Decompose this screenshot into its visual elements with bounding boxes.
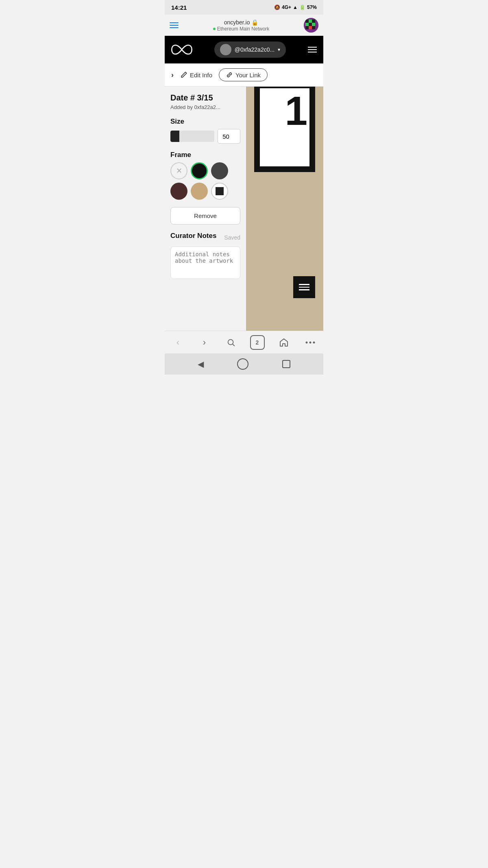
forward-icon: › bbox=[203, 337, 206, 348]
svg-rect-7 bbox=[305, 26, 309, 29]
browser-avatar[interactable] bbox=[304, 18, 318, 33]
left-panel: Date # 3/15 Added by 0xfa22a2... Size Fr… bbox=[165, 87, 246, 331]
your-link-label: Your Link bbox=[235, 72, 261, 79]
frame-option-darkbrown[interactable] bbox=[170, 183, 187, 200]
search-icon bbox=[227, 338, 235, 347]
edit-icon bbox=[180, 71, 187, 79]
overlay-menu-line bbox=[299, 289, 309, 290]
battery-percent: 57% bbox=[307, 4, 317, 10]
svg-rect-5 bbox=[309, 23, 312, 26]
frame-section: Frame bbox=[170, 151, 240, 200]
frame-circles bbox=[170, 162, 240, 200]
menu-line bbox=[308, 47, 317, 48]
home-button[interactable] bbox=[275, 334, 293, 351]
frame-option-none[interactable] bbox=[170, 162, 187, 179]
frame-label: Frame bbox=[170, 151, 240, 159]
frame-option-darkgray[interactable] bbox=[211, 162, 228, 179]
artwork-number-1: 1 bbox=[285, 90, 307, 131]
svg-rect-6 bbox=[312, 23, 315, 26]
network-status-dot bbox=[213, 28, 216, 30]
network-type: 4G+ bbox=[282, 4, 291, 10]
battery-icon: 🔋 bbox=[299, 4, 305, 10]
oncyber-header: @0xfa22a2c0... ▾ bbox=[165, 36, 323, 63]
notification-icon: 🔕 bbox=[274, 4, 280, 10]
network-name: Ethereum Main Network bbox=[217, 26, 270, 32]
svg-rect-8 bbox=[309, 26, 312, 29]
tabs-count: 2 bbox=[256, 339, 259, 346]
browser-menu-button[interactable] bbox=[170, 22, 179, 28]
hamburger-line bbox=[170, 27, 179, 28]
artwork-paper: 1 bbox=[254, 87, 315, 172]
svg-rect-9 bbox=[312, 26, 315, 29]
size-slider[interactable] bbox=[170, 131, 214, 142]
url-domain: oncyber.io bbox=[224, 19, 250, 26]
oncyber-logo bbox=[171, 44, 192, 56]
toolbar: › Edit Info Your Link bbox=[165, 63, 323, 87]
edit-info-button[interactable]: Edit Info bbox=[179, 71, 214, 79]
size-row bbox=[170, 129, 240, 144]
svg-rect-4 bbox=[305, 23, 309, 26]
hamburger-line bbox=[170, 25, 179, 26]
slider-fill bbox=[170, 131, 179, 142]
right-panel: 1 bbox=[246, 87, 323, 331]
system-nav-bar: ◀ bbox=[165, 353, 323, 375]
infinity-logo-icon bbox=[171, 44, 192, 56]
menu-line bbox=[308, 52, 317, 52]
main-content: Date # 3/15 Added by 0xfa22a2... Size Fr… bbox=[165, 87, 323, 331]
svg-rect-1 bbox=[305, 20, 309, 23]
chevron-down-icon: ▾ bbox=[278, 47, 280, 52]
expand-button[interactable]: › bbox=[171, 71, 174, 79]
svg-point-14 bbox=[313, 341, 315, 343]
system-home-button[interactable] bbox=[237, 358, 248, 370]
curator-notes-label: Curator Notes bbox=[170, 232, 216, 240]
wallet-address: @0xfa22a2c0... bbox=[235, 46, 274, 53]
artwork-background: 1 bbox=[246, 87, 323, 331]
frame-option-black[interactable] bbox=[191, 162, 208, 179]
curator-notes-input[interactable] bbox=[170, 246, 240, 279]
search-button[interactable] bbox=[222, 334, 240, 351]
frame-option-tan[interactable] bbox=[191, 183, 208, 200]
system-recents-button[interactable] bbox=[282, 360, 290, 368]
lock-icon: 🔒 bbox=[251, 19, 258, 26]
tabs-count-badge: 2 bbox=[250, 335, 265, 350]
your-link-button[interactable]: Your Link bbox=[219, 68, 268, 81]
tabs-button[interactable]: 2 bbox=[248, 334, 266, 351]
menu-overlay-button[interactable] bbox=[293, 276, 315, 298]
remove-button[interactable]: Remove bbox=[170, 207, 240, 225]
frame-option-whitebox[interactable] bbox=[211, 183, 228, 200]
status-time: 14:21 bbox=[171, 4, 187, 11]
header-menu-button[interactable] bbox=[308, 47, 317, 52]
avatar-image bbox=[304, 18, 318, 33]
status-icons: 🔕 4G+ ▲ 🔋 57% bbox=[274, 4, 317, 10]
menu-line bbox=[308, 49, 317, 50]
link-icon bbox=[226, 71, 233, 79]
home-icon bbox=[279, 338, 289, 347]
back-button[interactable]: ‹ bbox=[169, 334, 187, 351]
url-text: oncyber.io 🔒 bbox=[179, 19, 304, 26]
browser-chrome: oncyber.io 🔒 Ethereum Main Network bbox=[165, 15, 323, 36]
status-bar: 14:21 🔕 4G+ ▲ 🔋 57% bbox=[165, 0, 323, 15]
overlay-menu-line bbox=[299, 287, 309, 288]
forward-button[interactable]: › bbox=[196, 334, 214, 351]
curator-notes-header: Curator Notes Saved bbox=[170, 232, 240, 243]
network-row: Ethereum Main Network bbox=[179, 26, 304, 32]
date-title: Date # 3/15 bbox=[170, 93, 240, 103]
edit-info-label: Edit Info bbox=[190, 72, 212, 79]
overlay-menu-line bbox=[299, 284, 309, 285]
wallet-avatar bbox=[220, 44, 231, 55]
system-back-button[interactable]: ◀ bbox=[198, 359, 204, 369]
back-icon: ‹ bbox=[176, 337, 179, 348]
svg-rect-2 bbox=[309, 20, 312, 23]
svg-rect-3 bbox=[312, 20, 315, 23]
hamburger-line bbox=[170, 22, 179, 23]
size-input[interactable] bbox=[218, 129, 240, 144]
bottom-nav: ‹ › 2 bbox=[165, 331, 323, 353]
wallet-pill[interactable]: @0xfa22a2c0... ▾ bbox=[214, 41, 286, 58]
signal-icon: ▲ bbox=[293, 4, 298, 10]
added-by: Added by 0xfa22a2... bbox=[170, 104, 240, 110]
svg-line-11 bbox=[233, 344, 234, 346]
artwork-container: 1 bbox=[246, 87, 323, 331]
browser-url-bar[interactable]: oncyber.io 🔒 Ethereum Main Network bbox=[179, 19, 304, 32]
more-button[interactable] bbox=[301, 334, 319, 351]
size-label: Size bbox=[170, 118, 240, 126]
